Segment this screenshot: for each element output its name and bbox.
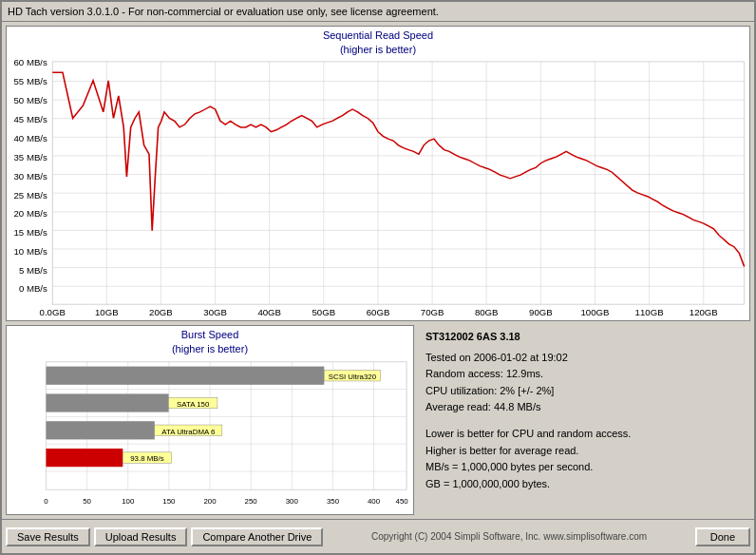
svg-rect-81 xyxy=(46,449,123,467)
svg-text:350: 350 xyxy=(327,496,340,505)
note4: GB = 1,000,000,000 bytes. xyxy=(425,476,743,493)
drive-name: ST312002 6AS 3.18 xyxy=(425,329,743,346)
tested-on: Tested on 2006-01-02 at 19:02 xyxy=(425,350,743,367)
footer: Save Results Upload Results Compare Anot… xyxy=(2,519,754,553)
svg-text:450: 450 xyxy=(396,496,409,505)
svg-rect-78 xyxy=(46,421,154,439)
svg-rect-75 xyxy=(46,393,168,411)
svg-text:40GB: 40GB xyxy=(257,309,281,317)
note1: Lower is better for CPU and random acces… xyxy=(425,426,743,443)
svg-text:50: 50 xyxy=(83,496,91,505)
svg-text:30 MB/s: 30 MB/s xyxy=(14,172,48,181)
average-read: Average read: 44.8 MB/s xyxy=(425,399,743,416)
svg-text:35 MB/s: 35 MB/s xyxy=(14,153,48,162)
svg-text:45 MB/s: 45 MB/s xyxy=(14,115,48,124)
svg-text:100: 100 xyxy=(122,496,135,505)
done-button[interactable]: Done xyxy=(695,527,750,546)
save-results-button[interactable]: Save Results xyxy=(6,527,90,546)
svg-text:300: 300 xyxy=(286,496,299,505)
bottom-section: Burst Speed (higher is better) xyxy=(6,325,750,515)
window-title: HD Tach version 3.0.1.0 - For non-commer… xyxy=(8,6,439,17)
svg-text:10 MB/s: 10 MB/s xyxy=(14,247,48,256)
svg-text:90GB: 90GB xyxy=(529,309,553,317)
svg-text:15 MB/s: 15 MB/s xyxy=(14,229,48,238)
svg-text:80GB: 80GB xyxy=(475,309,499,317)
svg-text:200: 200 xyxy=(203,496,217,505)
svg-text:100GB: 100GB xyxy=(581,309,610,317)
svg-text:20GB: 20GB xyxy=(149,309,173,317)
note2: Higher is better for average read. xyxy=(425,443,743,460)
svg-text:50GB: 50GB xyxy=(312,309,335,317)
svg-text:120GB: 120GB xyxy=(690,309,718,317)
svg-text:10GB: 10GB xyxy=(95,309,119,317)
copyright-text: Copyright (C) 2004 Simpli Software, Inc.… xyxy=(327,531,690,542)
burst-chart-title: Burst Speed (higher is better) xyxy=(172,328,248,357)
sequential-chart-area: 60 MB/s 55 MB/s 50 MB/s 45 MB/s 40 MB/s … xyxy=(7,60,749,320)
sequential-chart-title: Sequential Read Speed (higher is better) xyxy=(323,27,433,60)
svg-text:SCSI Ultra320: SCSI Ultra320 xyxy=(329,373,377,381)
title-bar: HD Tach version 3.0.1.0 - For non-commer… xyxy=(2,2,754,22)
svg-text:0: 0 xyxy=(44,496,48,505)
svg-text:ATA UltraDMA 6: ATA UltraDMA 6 xyxy=(161,428,215,436)
svg-text:55 MB/s: 55 MB/s xyxy=(14,78,48,86)
svg-text:93.8 MB/s: 93.8 MB/s xyxy=(130,454,164,463)
svg-text:SATA 150: SATA 150 xyxy=(177,400,210,409)
burst-bars-area: SCSI Ultra320 SATA 150 ATA UltraDMA 6 93… xyxy=(9,357,411,512)
burst-chart: Burst Speed (higher is better) xyxy=(6,325,414,515)
svg-text:40 MB/s: 40 MB/s xyxy=(14,134,48,143)
svg-text:25 MB/s: 25 MB/s xyxy=(14,191,48,200)
compare-another-drive-button[interactable]: Compare Another Drive xyxy=(191,527,323,546)
svg-text:70GB: 70GB xyxy=(421,309,444,317)
svg-text:30GB: 30GB xyxy=(203,309,227,317)
cpu-utilization: CPU utilization: 2% [+/- 2%] xyxy=(425,383,743,400)
svg-text:50 MB/s: 50 MB/s xyxy=(14,97,48,105)
svg-text:60GB: 60GB xyxy=(367,309,390,317)
sequential-chart: Sequential Read Speed (higher is better) xyxy=(6,26,750,321)
upload-results-button[interactable]: Upload Results xyxy=(94,527,188,546)
info-panel: ST312002 6AS 3.18 Tested on 2006-01-02 a… xyxy=(418,325,750,515)
main-content: Sequential Read Speed (higher is better) xyxy=(2,22,754,519)
svg-text:110GB: 110GB xyxy=(635,309,664,317)
svg-text:0 MB/s: 0 MB/s xyxy=(19,284,47,293)
svg-rect-72 xyxy=(46,366,324,384)
svg-text:0.0GB: 0.0GB xyxy=(40,309,66,317)
svg-text:250: 250 xyxy=(245,496,258,505)
svg-text:20 MB/s: 20 MB/s xyxy=(14,210,48,219)
svg-text:150: 150 xyxy=(162,496,176,505)
note3: MB/s = 1,000,000 bytes per second. xyxy=(425,459,743,476)
random-access: Random access: 12.9ms. xyxy=(425,366,743,383)
main-window: HD Tach version 3.0.1.0 - For non-commer… xyxy=(0,0,756,555)
svg-text:5 MB/s: 5 MB/s xyxy=(19,266,47,275)
svg-text:60 MB/s: 60 MB/s xyxy=(14,60,48,67)
svg-text:400: 400 xyxy=(368,496,381,505)
